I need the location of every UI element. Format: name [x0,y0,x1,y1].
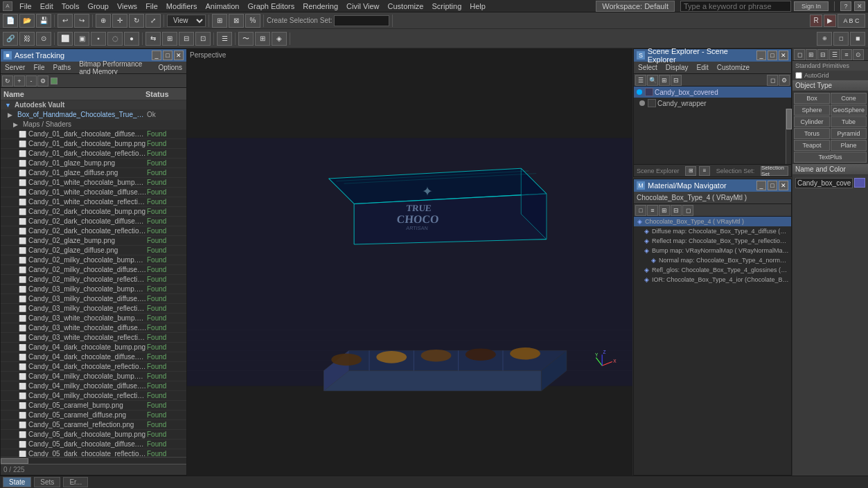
fr-tb-btn3[interactable]: ⊟ [817,49,829,60]
close-btn[interactable]: ✕ [854,1,865,11]
asset-maps-group[interactable]: ▶ Maps / Shaders [1,120,186,129]
menu-civil-view[interactable]: Civil View [342,0,383,12]
material-list[interactable]: ◈ Chocolate_Box_Type_4 ( VRayMtl ) ◈ Dif… [634,217,791,475]
menu-create[interactable]: File [141,0,162,12]
asset-item-25[interactable]: ⬜ Candy_04_milky_chocolate_bump.png Foun… [1,372,186,381]
scene-tb-options[interactable]: ⚙ [779,75,790,86]
tb-viewport-icon3[interactable]: ◼ [850,32,865,46]
mat-tb-btn1[interactable]: □ [635,205,646,216]
fr-tb-btn6[interactable]: ⊙ [853,49,864,60]
search-input[interactable] [680,1,791,12]
obj-btn-teapot[interactable]: Teapot [794,140,830,151]
asset-menu-file[interactable]: File [32,62,46,73]
scene-item-candy-box[interactable]: Candy_box_covered [634,87,791,98]
asset-item-17[interactable]: ⬜ Candy_03_milky_chocolate_diffuse.png F… [1,294,186,304]
viewport-scene[interactable]: TRUE CHOCO ARTISAN ✦ X Y Z [187,48,632,476]
asset-item-19[interactable]: ⬜ Candy_03_white_chocolate_bump.png Foun… [1,314,186,323]
asset-item-12[interactable]: ⬜ Candy_02_glaze_diffuse.png Found [1,246,186,255]
scene-tb-search[interactable]: 🔍 [647,75,658,86]
tb-save[interactable]: 💾 [36,14,51,28]
asset-item-22[interactable]: ⬜ Candy_04_dark_chocolate_bump.png Found [1,343,186,352]
tb-vray[interactable]: A B C [838,14,865,28]
tb-spacing[interactable]: ⊟ [179,32,194,46]
asset-list[interactable]: ▼ Autodesk Vault ▶ Box_of_Handmade_Choco… [1,100,186,457]
obj-btn-tube[interactable]: Tube [831,116,867,127]
tb-schematic[interactable]: ⊞ [255,32,270,46]
asset-item-23[interactable]: ⬜ Candy_04_dark_chocolate_diffuse.png Fo… [1,352,186,362]
material-panel-close[interactable]: ✕ [779,181,788,190]
fr-tb-btn5[interactable]: ≡ [841,49,852,60]
material-panel-minimize[interactable]: _ [756,181,766,190]
scene-panel-close[interactable]: ✕ [779,51,788,60]
asset-item-6[interactable]: ⬜ Candy_01_white_chocolate_diffuse.png F… [1,188,186,197]
asset-scroll-h[interactable] [1,457,186,464]
asset-item-29[interactable]: ⬜ Candy_05_caramel_diffuse.png Found [1,410,186,420]
asset-item-18[interactable]: ⬜ Candy_03_milky_chocolate_reflection.pn… [1,304,186,314]
asset-item-26[interactable]: ⬜ Candy_04_milky_chocolate_diffuse.png F… [1,381,186,391]
menu-tools[interactable]: Tools [57,0,84,12]
menu-customize[interactable]: Customize [384,0,428,12]
tb-scale[interactable]: ⤢ [145,14,161,28]
asset-item-13[interactable]: ⬜ Candy_02_milky_chocolate_bump.png Foun… [1,255,186,265]
asset-item-24[interactable]: ⬜ Candy_04_dark_chocolate_reflection.png… [1,362,186,372]
tb-render-setup[interactable]: R [810,15,822,27]
asset-panel-close[interactable]: ✕ [174,51,184,60]
asset-panel-minimize[interactable]: _ [152,51,161,60]
mat-item-1[interactable]: ◈ Diffuse map: Chocolate_Box_Type_4_diff… [634,226,791,236]
tb-move[interactable]: ✛ [112,14,127,28]
scene-scroll-thumb[interactable] [786,109,792,129]
scene-menu-select[interactable]: Select [637,62,659,73]
asset-file-group[interactable]: ▶ Box_of_Handmade_Chocolates_True_Choco_… [1,110,186,120]
asset-item-0[interactable]: ⬜ Candy_01_dark_chocolate_diffuse.png Fo… [1,129,186,139]
help-btn[interactable]: ? [840,1,851,11]
scene-scroll-area[interactable] [634,109,791,164]
tb-render[interactable]: ▶ [824,15,836,27]
tb-viewport-icon2[interactable]: ◻ [833,32,849,46]
obj-btn-textplus[interactable]: TextPlus [794,152,867,163]
menu-rendering[interactable]: Rendering [299,0,342,12]
menu-edit[interactable]: Edit [36,0,57,12]
mat-tb-btn4[interactable]: ⊟ [671,205,682,216]
obj-btn-cone[interactable]: Cone [831,93,867,104]
asset-item-11[interactable]: ⬜ Candy_02_glaze_bump.png Found [1,236,186,246]
viewport[interactable]: Perspective [187,48,632,476]
sign-in-btn[interactable]: Sign In [794,1,829,11]
tb-reference-coord[interactable]: View World Local [167,15,206,27]
scene-panel-minimize[interactable]: _ [756,51,766,60]
asset-panel-maximize[interactable]: □ [163,51,172,60]
tb-unlink[interactable]: ⛓ [19,32,35,46]
asset-item-16[interactable]: ⬜ Candy_03_milky_chocolate_bump.png Foun… [1,284,186,294]
tb-link[interactable]: 🔗 [3,32,18,46]
workspace-dropdown[interactable]: Workspace: Default [596,1,675,12]
tab-hierarchy[interactable]: Sets [34,477,60,487]
mat-tb-btn3[interactable]: ⊞ [659,205,670,216]
tb-open[interactable]: 📂 [19,14,35,28]
mat-item-4[interactable]: ◈ Normal map: Chocolate_Box_Type_4_norma… [634,255,791,265]
tb-material-ed[interactable]: ◈ [272,32,287,46]
asset-item-32[interactable]: ⬜ Candy_05_dark_chocolate_diffuse.png Fo… [1,440,186,449]
scene-panel-maximize[interactable]: □ [768,51,777,60]
tab-motion[interactable]: State [3,477,31,487]
mat-item-5[interactable]: ◈ Refl_glos: Chocolate_Box_Type_4_glossi… [634,265,791,275]
scene-tb-filter[interactable]: ☰ [635,75,646,86]
obj-btn-geosphere[interactable]: GeoSphere [831,105,867,116]
autogrid-checkbox[interactable] [795,72,802,79]
asset-menu-server[interactable]: Server [3,62,26,73]
tb-new[interactable]: 📄 [3,14,18,28]
asset-tb-add[interactable]: + [14,75,25,87]
asset-item-14[interactable]: ⬜ Candy_02_milky_chocolate_diffuse.png F… [1,265,186,275]
tb-select-region[interactable]: ▪ [91,32,106,46]
tb-bind[interactable]: ⊙ [36,32,51,46]
fr-tb-btn4[interactable]: ☰ [829,49,840,60]
tb-select-filter[interactable]: ⬜ [57,32,73,46]
scene-tb-layers[interactable]: ◻ [767,75,778,86]
mat-item-6[interactable]: ◈ IOR: Chocolate_Box_Type_4_ior (Chocola… [634,275,791,284]
material-panel-maximize[interactable]: □ [768,181,777,190]
tb-undo[interactable]: ↩ [57,14,73,28]
asset-menu-options[interactable]: Options [157,62,184,73]
mat-item-3[interactable]: ◈ Bump map: VRayNormalMap ( VRayNormalMa… [634,246,791,255]
scene-scrollbar[interactable] [786,109,791,164]
asset-item-2[interactable]: ⬜ Candy_01_dark_chocolate_reflection.png… [1,149,186,159]
asset-tb-remove[interactable]: - [26,75,37,87]
app-icon[interactable]: A [3,1,12,11]
